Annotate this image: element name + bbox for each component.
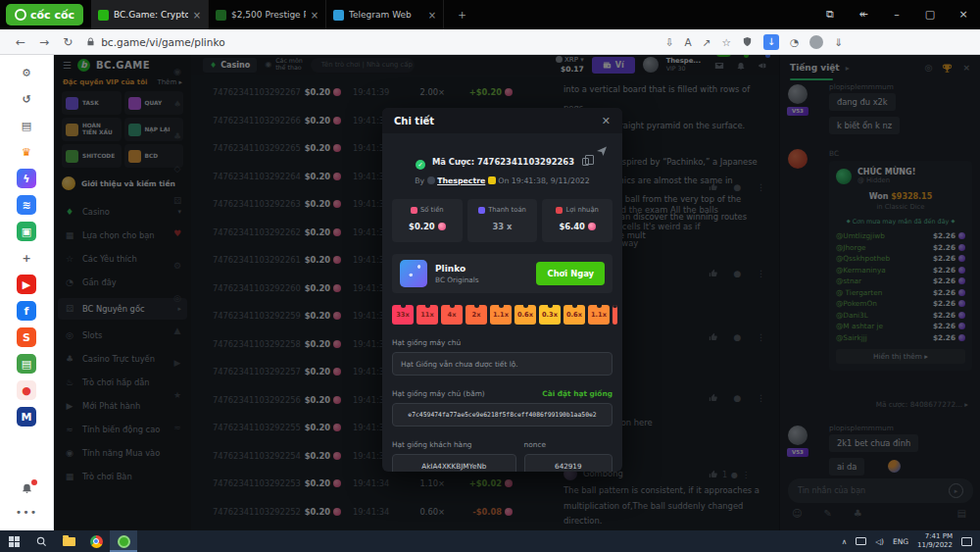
back-icon[interactable]: ← [16, 35, 25, 49]
rail-icon[interactable]: M [17, 407, 36, 427]
hashed-seed-field[interactable]: e7c459474fa77ae5ce9e6218f5f8ceff4086f991… [392, 403, 612, 427]
stat-icon [556, 207, 563, 214]
reload-icon[interactable]: ↻ [63, 35, 73, 49]
bet-stats: Số tiền $0.20 Thanh toán 33 x [392, 199, 612, 242]
game-provider: BC Originals [435, 276, 479, 284]
stat-value: 33 x [467, 222, 538, 231]
stat-card: Thanh toán 33 x [467, 199, 538, 242]
coccoc-taskbar-icon[interactable] [110, 530, 137, 552]
gem-icon [588, 223, 596, 230]
network-icon[interactable] [856, 537, 866, 545]
close-button[interactable]: × [947, 0, 980, 29]
bell-icon[interactable] [21, 481, 33, 497]
rail-icon[interactable]: f [17, 301, 36, 321]
bet-id-label: Mã Cược: [432, 157, 474, 167]
stat-value: $0.20 [392, 222, 463, 231]
back-to-icon[interactable]: ↞ [847, 0, 880, 29]
adblock-shield-icon[interactable] [742, 36, 753, 47]
game-row: Plinko BC Originals Chơi Ngay [392, 254, 612, 293]
new-tab-button[interactable]: ＋ [444, 6, 480, 24]
tab-close-icon[interactable]: × [428, 10, 436, 21]
volume-icon[interactable]: ◁) [875, 537, 884, 546]
tab-title: BC.Game: Crypto Casino Ga... [114, 10, 188, 20]
multiplier-chip: 0.6x [564, 305, 585, 325]
play-now-button[interactable]: Chơi Ngay [536, 262, 605, 285]
multiplier-chip: 11x [416, 305, 438, 325]
browser-tabs: BC.Game: Crypto Casino Ga... × $2,500 Pr… [91, 0, 444, 29]
copy-icon[interactable] [582, 158, 589, 166]
translate-icon[interactable]: A [685, 36, 692, 48]
verified-check-icon: ✓ [416, 160, 425, 170]
seed-settings-link[interactable]: Cài đặt hạt giống [542, 389, 612, 398]
capture-icon[interactable]: ⧉ [813, 0, 847, 29]
stat-card: Số tiền $0.20 [392, 199, 463, 242]
nonce-field[interactable]: 642919 [524, 454, 612, 472]
player-name[interactable]: Thespectre [437, 176, 485, 185]
save-page-icon[interactable]: ⇩ [665, 36, 674, 48]
multiplier-chip: 1.1x [588, 305, 610, 325]
tab-favicon [333, 10, 344, 21]
share-icon[interactable]: ↗ [703, 36, 711, 48]
modal-close-icon[interactable]: ✕ [602, 115, 611, 127]
stat-card: Lợi nhuận $6.40 [542, 199, 612, 242]
bet-id-value: 74762341103292263 [477, 157, 574, 167]
taskbar-search-icon[interactable] [27, 530, 55, 552]
forward-icon[interactable]: → [39, 35, 49, 49]
tab-title: Telegram Web [349, 10, 423, 20]
browser-tab[interactable]: $2,500 Prestige Plinko Chall... × [209, 0, 326, 29]
server-seed-label: Hạt giống máy chủ [392, 338, 612, 347]
rail-icon[interactable]: ▤ [17, 116, 36, 135]
rail-icon[interactable]: ▶ [17, 275, 36, 294]
rail-icon[interactable]: ● [17, 380, 36, 400]
tab-close-icon[interactable]: × [193, 10, 201, 21]
rail-icon[interactable]: + [17, 248, 36, 268]
more-icon[interactable]: ••• [16, 506, 37, 519]
plinko-game-icon [400, 260, 427, 287]
rail-icon[interactable]: ▣ [17, 222, 36, 241]
download-manager-icon[interactable]: ↓ [763, 34, 779, 50]
bookmark-star-icon[interactable]: ☆ [722, 36, 731, 48]
url-text: bc.game/vi/game/plinko [101, 36, 224, 48]
tab-close-icon[interactable]: × [311, 10, 318, 21]
rail-icon[interactable]: S [17, 327, 36, 347]
tab-title: $2,500 Prestige Plinko Chall... [231, 10, 306, 20]
address-bar[interactable]: bc.game/vi/game/plinko [86, 36, 224, 48]
browser-urlbar: ← → ↻ bc.game/vi/game/plinko ⇩ A ↗ ☆ ↓ ◔… [0, 29, 980, 55]
bet-details-modal: Chi tiết ✕ ✓ Mã Cược: 74762341103292263 … [382, 108, 622, 472]
action-center-icon[interactable] [961, 537, 972, 546]
rail-icon[interactable]: ▤ [17, 354, 36, 374]
downloads-tray-icon[interactable]: ⇓ [834, 36, 843, 48]
multiplier-chip: 33x [392, 305, 414, 325]
rail-icon[interactable]: ≋ [17, 195, 36, 215]
extension-icon[interactable]: ◔ [790, 36, 799, 48]
rail-icon[interactable]: ⚙ [17, 63, 36, 82]
coccoc-logo: cốc cốc [6, 4, 83, 25]
rail-icon[interactable]: ϟ [17, 169, 36, 188]
maximize-button[interactable]: ▢ [913, 0, 947, 29]
file-explorer-icon[interactable] [55, 530, 82, 552]
rail-icon[interactable]: ♛ [17, 142, 36, 162]
browser-tab[interactable]: Telegram Web × [326, 0, 444, 29]
bcgame-page: ☰ b BC.GAME Đặc quyền VIP của tôi Thêm ▸… [54, 55, 980, 530]
browser-tab[interactable]: BC.Game: Crypto Casino Ga... × [91, 0, 209, 29]
share-bet-icon[interactable] [596, 145, 608, 157]
hashed-seed-label: Hạt giống máy chủ (băm) [392, 389, 485, 398]
language-indicator[interactable]: ENG [893, 537, 908, 546]
lock-icon [86, 37, 95, 46]
game-title: Plinko [435, 264, 479, 274]
client-seed-field[interactable]: AkIA4XKKBJMYeNb [392, 454, 516, 472]
coccoc-icon [15, 9, 26, 21]
rail-icon[interactable]: ↺ [17, 89, 36, 109]
modal-title: Chi tiết [394, 116, 434, 126]
tab-favicon [98, 10, 109, 21]
profile-avatar-icon[interactable] [809, 35, 823, 49]
minimize-button[interactable]: – [880, 0, 913, 29]
chrome-icon[interactable] [82, 530, 110, 552]
tab-favicon [216, 10, 226, 21]
taskbar-clock[interactable]: 7:41 PM 11/9/2022 [917, 532, 953, 551]
client-seed-label: Hạt giống khách hàng [392, 440, 516, 449]
hidden-icons-chevron[interactable]: ∧ [842, 537, 848, 546]
server-seed-field[interactable]: Hạt Giống vẫn chưa được tiết lộ. [392, 352, 612, 376]
stat-value: $6.40 [542, 222, 612, 231]
start-button[interactable] [0, 530, 27, 552]
